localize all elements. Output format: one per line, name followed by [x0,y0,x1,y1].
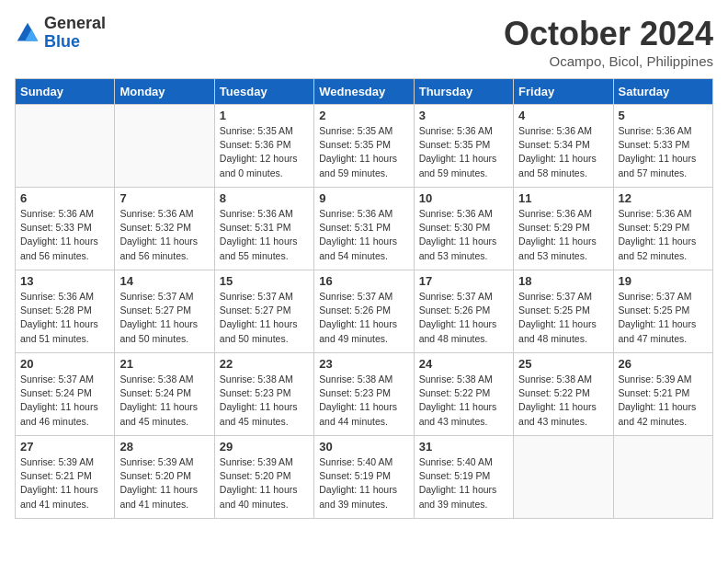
day-number: 29 [220,440,309,454]
day-info: Sunrise: 5:39 AM Sunset: 5:21 PM Dayligh… [619,373,708,429]
day-number: 8 [220,191,309,205]
week-row-1: 1Sunrise: 5:35 AM Sunset: 5:36 PM Daylig… [16,105,713,188]
day-number: 5 [619,109,708,122]
header: General Blue October 2024 Ocampo, Bicol,… [15,15,713,69]
day-cell [115,105,214,188]
day-cell: 26Sunrise: 5:39 AM Sunset: 5:21 PM Dayli… [613,353,712,436]
day-info: Sunrise: 5:38 AM Sunset: 5:24 PM Dayligh… [119,373,209,429]
day-cell: 24Sunrise: 5:38 AM Sunset: 5:22 PM Dayli… [414,353,513,436]
day-number: 31 [419,440,508,454]
day-info: Sunrise: 5:36 AM Sunset: 5:33 PM Dayligh… [619,124,708,180]
day-number: 18 [518,274,608,288]
day-info: Sunrise: 5:36 AM Sunset: 5:35 PM Dayligh… [419,124,508,180]
day-number: 21 [119,357,209,371]
location: Ocampo, Bicol, Philippines [504,53,713,69]
day-number: 7 [119,191,209,205]
day-cell: 10Sunrise: 5:36 AM Sunset: 5:30 PM Dayli… [414,188,513,270]
header-friday: Friday [514,79,613,105]
day-number: 2 [319,109,408,122]
header-tuesday: Tuesday [214,79,313,105]
logo-icon [15,20,40,46]
day-cell: 4Sunrise: 5:36 AM Sunset: 5:34 PM Daylig… [514,105,613,188]
week-row-2: 6Sunrise: 5:36 AM Sunset: 5:33 PM Daylig… [16,188,713,270]
week-row-4: 20Sunrise: 5:37 AM Sunset: 5:24 PM Dayli… [16,353,713,436]
day-cell: 29Sunrise: 5:39 AM Sunset: 5:20 PM Dayli… [214,436,313,519]
day-cell: 6Sunrise: 5:36 AM Sunset: 5:33 PM Daylig… [16,188,115,270]
day-info: Sunrise: 5:37 AM Sunset: 5:26 PM Dayligh… [319,290,408,346]
day-cell: 12Sunrise: 5:36 AM Sunset: 5:29 PM Dayli… [613,188,712,270]
day-info: Sunrise: 5:36 AM Sunset: 5:32 PM Dayligh… [119,207,209,263]
logo-blue: Blue [44,33,106,52]
day-info: Sunrise: 5:36 AM Sunset: 5:31 PM Dayligh… [319,207,408,263]
day-cell: 28Sunrise: 5:39 AM Sunset: 5:20 PM Dayli… [115,436,214,519]
day-cell: 16Sunrise: 5:37 AM Sunset: 5:26 PM Dayli… [314,270,414,353]
day-cell: 21Sunrise: 5:38 AM Sunset: 5:24 PM Dayli… [115,353,214,436]
day-cell: 15Sunrise: 5:37 AM Sunset: 5:27 PM Dayli… [214,270,313,353]
day-cell [613,436,712,519]
day-info: Sunrise: 5:37 AM Sunset: 5:24 PM Dayligh… [20,373,109,429]
day-cell: 23Sunrise: 5:38 AM Sunset: 5:23 PM Dayli… [314,353,414,436]
day-info: Sunrise: 5:39 AM Sunset: 5:20 PM Dayligh… [220,455,309,511]
logo: General Blue [15,15,106,52]
day-info: Sunrise: 5:37 AM Sunset: 5:25 PM Dayligh… [619,290,708,346]
day-cell: 2Sunrise: 5:35 AM Sunset: 5:35 PM Daylig… [314,105,414,188]
day-number: 11 [518,191,608,205]
header-monday: Monday [115,79,214,105]
day-info: Sunrise: 5:38 AM Sunset: 5:22 PM Dayligh… [419,373,508,429]
day-cell: 1Sunrise: 5:35 AM Sunset: 5:36 PM Daylig… [214,105,313,188]
day-info: Sunrise: 5:36 AM Sunset: 5:28 PM Dayligh… [20,290,109,346]
day-info: Sunrise: 5:37 AM Sunset: 5:27 PM Dayligh… [220,290,309,346]
day-cell: 11Sunrise: 5:36 AM Sunset: 5:29 PM Dayli… [514,188,613,270]
day-info: Sunrise: 5:38 AM Sunset: 5:22 PM Dayligh… [518,373,608,429]
month-title: October 2024 [504,15,713,53]
header-wednesday: Wednesday [314,79,414,105]
day-cell: 30Sunrise: 5:40 AM Sunset: 5:19 PM Dayli… [314,436,414,519]
title-block: October 2024 Ocampo, Bicol, Philippines [504,15,713,69]
logo-general: General [44,15,106,33]
day-info: Sunrise: 5:37 AM Sunset: 5:25 PM Dayligh… [518,290,608,346]
day-number: 28 [119,440,209,454]
day-number: 24 [419,357,508,371]
day-info: Sunrise: 5:37 AM Sunset: 5:26 PM Dayligh… [419,290,508,346]
day-cell: 20Sunrise: 5:37 AM Sunset: 5:24 PM Dayli… [16,353,115,436]
day-number: 27 [20,440,109,454]
day-info: Sunrise: 5:37 AM Sunset: 5:27 PM Dayligh… [119,290,209,346]
day-number: 26 [619,357,708,371]
day-info: Sunrise: 5:38 AM Sunset: 5:23 PM Dayligh… [319,373,408,429]
day-info: Sunrise: 5:40 AM Sunset: 5:19 PM Dayligh… [419,455,508,511]
day-number: 6 [20,191,109,205]
day-number: 15 [220,274,309,288]
day-cell: 3Sunrise: 5:36 AM Sunset: 5:35 PM Daylig… [414,105,513,188]
day-info: Sunrise: 5:38 AM Sunset: 5:23 PM Dayligh… [220,373,309,429]
day-number: 13 [20,274,109,288]
day-number: 20 [20,357,109,371]
day-info: Sunrise: 5:35 AM Sunset: 5:35 PM Dayligh… [319,124,408,180]
day-info: Sunrise: 5:36 AM Sunset: 5:30 PM Dayligh… [419,207,508,263]
day-number: 4 [518,109,608,122]
day-info: Sunrise: 5:36 AM Sunset: 5:29 PM Dayligh… [619,207,708,263]
day-cell: 31Sunrise: 5:40 AM Sunset: 5:19 PM Dayli… [414,436,513,519]
day-number: 3 [419,109,508,122]
day-cell: 14Sunrise: 5:37 AM Sunset: 5:27 PM Dayli… [115,270,214,353]
day-cell: 19Sunrise: 5:37 AM Sunset: 5:25 PM Dayli… [613,270,712,353]
day-cell: 8Sunrise: 5:36 AM Sunset: 5:31 PM Daylig… [214,188,313,270]
header-saturday: Saturday [613,79,712,105]
day-number: 25 [518,357,608,371]
week-row-3: 13Sunrise: 5:36 AM Sunset: 5:28 PM Dayli… [16,270,713,353]
day-number: 17 [419,274,508,288]
calendar-table: SundayMondayTuesdayWednesdayThursdayFrid… [15,78,713,519]
day-cell: 7Sunrise: 5:36 AM Sunset: 5:32 PM Daylig… [115,188,214,270]
day-info: Sunrise: 5:36 AM Sunset: 5:33 PM Dayligh… [20,207,109,263]
logo-text: General Blue [44,15,106,52]
day-cell: 27Sunrise: 5:39 AM Sunset: 5:21 PM Dayli… [16,436,115,519]
day-number: 12 [619,191,708,205]
day-cell [16,105,115,188]
day-number: 22 [220,357,309,371]
calendar-header-row: SundayMondayTuesdayWednesdayThursdayFrid… [16,79,713,105]
day-info: Sunrise: 5:36 AM Sunset: 5:29 PM Dayligh… [518,207,608,263]
day-cell: 13Sunrise: 5:36 AM Sunset: 5:28 PM Dayli… [16,270,115,353]
day-info: Sunrise: 5:36 AM Sunset: 5:34 PM Dayligh… [518,124,608,180]
day-cell: 22Sunrise: 5:38 AM Sunset: 5:23 PM Dayli… [214,353,313,436]
day-cell: 17Sunrise: 5:37 AM Sunset: 5:26 PM Dayli… [414,270,513,353]
day-info: Sunrise: 5:40 AM Sunset: 5:19 PM Dayligh… [319,455,408,511]
